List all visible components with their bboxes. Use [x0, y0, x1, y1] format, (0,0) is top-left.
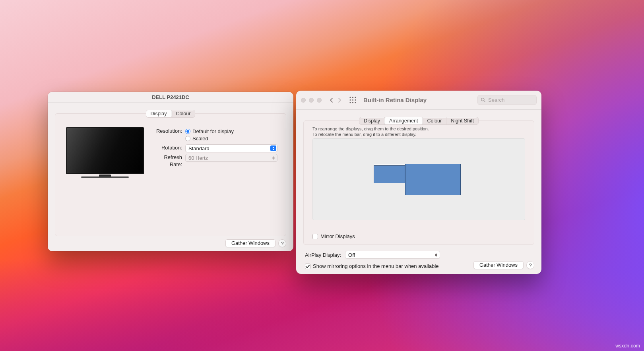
svg-point-5 [355, 99, 356, 101]
search-field[interactable] [477, 95, 537, 105]
mirror-displays-checkbox[interactable]: Mirror Displays [312, 233, 355, 239]
tab-arrangement[interactable]: Arrangement [384, 117, 423, 125]
window-title: DELL P2421DC [152, 94, 189, 100]
window-title: Built-in Retina Display [363, 97, 427, 103]
tab-colour[interactable]: Colour [423, 117, 446, 124]
search-icon [481, 97, 486, 103]
rotation-popup[interactable]: Standard [185, 144, 277, 152]
help-button[interactable]: ? [278, 239, 286, 247]
radio-label: Scaled [192, 136, 208, 142]
checkbox-icon [305, 264, 310, 269]
watermark: wsxdn.com [615, 343, 640, 349]
window-dell-display: DELL P2421DC Display Colour Resolution: [48, 92, 293, 251]
display-icon-secondary[interactable] [405, 164, 461, 195]
desktop-background: DELL P2421DC Display Colour Resolution: [0, 0, 644, 351]
svg-point-2 [355, 97, 356, 98]
tab-display[interactable]: Display [359, 117, 385, 124]
zoom-icon[interactable] [317, 98, 322, 103]
arrangement-hint: To rearrange the displays, drag them to … [312, 126, 429, 137]
svg-point-6 [349, 102, 351, 103]
back-button[interactable] [328, 95, 335, 105]
rotation-value: Standard [188, 145, 209, 151]
svg-point-4 [352, 99, 353, 101]
label-airplay-display: AirPlay Display: [305, 252, 341, 258]
panel: Display Colour Resolution: Default [55, 113, 286, 236]
show-all-icon[interactable] [348, 95, 358, 105]
hint-line-1: To rearrange the displays, drag them to … [312, 126, 429, 132]
label-rotation: Rotation: [156, 144, 185, 151]
airplay-popup[interactable]: Off [345, 251, 440, 259]
display-preview-image [66, 127, 144, 178]
nav-buttons [328, 95, 343, 105]
panel: Display Arrangement Colour Night Shift T… [303, 120, 534, 245]
refresh-value: 60 Hertz [188, 155, 208, 161]
settings-form: Resolution: Default for display Scaled [156, 128, 280, 170]
checkbox-label: Show mirroring options in the menu bar w… [313, 263, 439, 269]
minimize-icon[interactable] [309, 98, 314, 103]
refresh-rate-popup: 60 Hertz [185, 154, 277, 162]
svg-point-1 [352, 97, 353, 98]
svg-point-0 [349, 97, 351, 98]
hint-line-2: To relocate the menu bar, drag it to a d… [312, 132, 429, 137]
toolbar: Built-in Retina Display [296, 91, 541, 110]
tab-bar: Display Arrangement Colour Night Shift [359, 117, 479, 125]
radio-icon [185, 129, 190, 134]
forward-button [336, 95, 343, 105]
radio-label: Default for display [192, 128, 234, 134]
tab-display[interactable]: Display [146, 110, 172, 118]
menubar-handle[interactable] [374, 164, 405, 166]
radio-scaled[interactable]: Scaled [185, 135, 280, 142]
label-refresh-rate: Refresh Rate: [156, 154, 185, 168]
svg-point-7 [352, 102, 353, 103]
window-controls[interactable] [301, 98, 322, 103]
svg-line-10 [484, 101, 485, 102]
airplay-value: Off [348, 252, 355, 258]
svg-point-8 [355, 102, 356, 103]
close-icon[interactable] [301, 98, 306, 103]
gather-windows-button[interactable]: Gather Windows [225, 239, 275, 247]
gather-windows-button[interactable]: Gather Windows [473, 261, 524, 269]
chevron-updown-icon [433, 252, 439, 258]
radio-icon [185, 136, 190, 141]
window-built-in-retina: Built-in Retina Display Display Arrangem… [296, 91, 541, 274]
checkbox-label: Mirror Displays [320, 233, 355, 239]
search-input[interactable] [488, 97, 533, 103]
help-button[interactable]: ? [526, 261, 534, 269]
svg-point-3 [349, 99, 351, 101]
chevron-updown-icon [270, 145, 276, 151]
titlebar[interactable]: DELL P2421DC [48, 92, 293, 103]
tab-night-shift[interactable]: Night Shift [446, 117, 478, 124]
checkbox-icon [312, 234, 318, 239]
arrangement-canvas[interactable] [312, 138, 525, 220]
radio-default-for-display[interactable]: Default for display [185, 128, 280, 135]
display-icon-primary[interactable] [374, 164, 405, 183]
label-resolution: Resolution: [156, 128, 185, 135]
chevron-updown-icon [270, 155, 276, 161]
